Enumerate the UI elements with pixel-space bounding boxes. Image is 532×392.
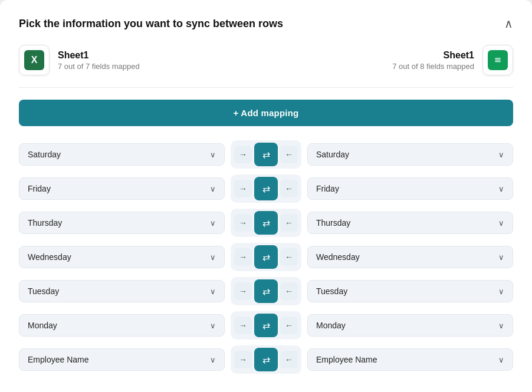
sync-controls: → ⇄ ←: [231, 209, 301, 237]
arrow-right-button[interactable]: →: [234, 146, 252, 163]
chevron-down-icon: ∨: [498, 355, 504, 364]
table-row: Wednesday ∨ → ⇄ ← Wednesday ∨: [19, 243, 513, 271]
sync-button[interactable]: ⇄: [254, 245, 278, 269]
arrow-right-button[interactable]: →: [234, 317, 252, 334]
left-field-select-2[interactable]: Thursday ∨: [19, 212, 225, 234]
left-field-label: Saturday: [28, 150, 61, 159]
chevron-down-icon: ∨: [498, 287, 504, 296]
source-right-name: Sheet1: [392, 50, 474, 61]
excel-icon: X: [24, 50, 44, 70]
right-field-label: Friday: [316, 184, 339, 193]
arrow-left-button[interactable]: ←: [280, 180, 298, 197]
table-row: Monday ∨ → ⇄ ← Monday ∨: [19, 311, 513, 340]
right-field-label: Wednesday: [316, 252, 360, 262]
sync-button[interactable]: ⇄: [254, 211, 278, 235]
chevron-down-icon: ∨: [498, 219, 504, 228]
excel-source-icon: X: [19, 45, 50, 75]
left-field-select-0[interactable]: Saturday ∨: [19, 143, 225, 166]
arrow-right-button[interactable]: →: [234, 248, 252, 266]
source-left: X Sheet1 7 out of 7 fields mapped: [19, 45, 140, 75]
header-row: Pick the information you want to sync be…: [19, 17, 513, 31]
sync-controls: → ⇄ ←: [231, 345, 301, 374]
arrow-right-button[interactable]: →: [234, 282, 252, 300]
left-field-select-6[interactable]: Employee Name ∨: [19, 348, 225, 371]
left-field-label: Wednesday: [28, 252, 71, 262]
chevron-down-icon: ∨: [210, 321, 216, 330]
table-row: Friday ∨ → ⇄ ← Friday ∨: [19, 174, 513, 203]
divider: [19, 87, 513, 88]
right-field-select-3[interactable]: Wednesday ∨: [307, 246, 513, 268]
right-field-select-4[interactable]: Tuesday ∨: [307, 280, 513, 302]
right-field-label: Saturday: [316, 150, 349, 159]
sync-controls: → ⇄ ←: [231, 311, 301, 340]
chevron-down-icon: ∨: [498, 321, 504, 330]
chevron-down-icon: ∨: [210, 150, 216, 159]
left-field-label: Monday: [28, 321, 57, 330]
arrow-left-button[interactable]: ←: [280, 282, 298, 300]
table-row: Tuesday ∨ → ⇄ ← Tuesday ∨: [19, 277, 513, 305]
table-row: Saturday ∨ → ⇄ ← Saturday ∨: [19, 140, 513, 169]
chevron-down-icon: ∨: [210, 253, 216, 262]
chevron-down-icon: ∨: [210, 185, 216, 193]
source-right-info: Sheet1 7 out of 8 fields mapped: [392, 50, 474, 71]
arrow-left-button[interactable]: ←: [280, 146, 298, 163]
arrow-left-button[interactable]: ←: [280, 248, 298, 266]
left-field-label: Friday: [28, 184, 51, 193]
right-field-select-1[interactable]: Friday ∨: [307, 177, 513, 200]
arrow-left-button[interactable]: ←: [280, 214, 298, 232]
svg-rect-1: [495, 58, 500, 58]
left-field-select-1[interactable]: Friday ∨: [19, 177, 225, 200]
right-field-select-5[interactable]: Monday ∨: [307, 314, 513, 337]
right-field-label: Thursday: [316, 218, 350, 228]
arrow-right-button[interactable]: →: [234, 214, 252, 232]
gsheets-icon: [488, 50, 508, 70]
source-left-sub: 7 out of 7 fields mapped: [58, 62, 140, 71]
sources-row: X Sheet1 7 out of 7 fields mapped: [19, 45, 513, 75]
sync-button[interactable]: ⇄: [254, 279, 278, 303]
add-mapping-button[interactable]: + Add mapping: [19, 100, 513, 126]
left-field-label: Employee Name: [28, 355, 89, 364]
source-left-name: Sheet1: [58, 50, 140, 61]
page-title: Pick the information you want to sync be…: [19, 18, 283, 30]
chevron-down-icon: ∨: [210, 355, 216, 364]
mapping-rows: Saturday ∨ → ⇄ ← Saturday ∨ Friday ∨ → ⇄…: [19, 140, 513, 374]
arrow-left-button[interactable]: ←: [280, 351, 298, 368]
left-field-select-3[interactable]: Wednesday ∨: [19, 246, 225, 268]
right-field-label: Tuesday: [316, 286, 347, 296]
chevron-down-icon: ∨: [498, 185, 504, 193]
right-field-select-0[interactable]: Saturday ∨: [307, 143, 513, 166]
collapse-icon[interactable]: ∧: [504, 17, 513, 31]
arrow-left-button[interactable]: ←: [280, 317, 298, 334]
right-field-select-2[interactable]: Thursday ∨: [307, 212, 513, 234]
gsheets-source-icon: [482, 45, 513, 75]
sync-button[interactable]: ⇄: [254, 314, 278, 337]
table-row: Employee Name ∨ → ⇄ ← Employee Name ∨: [19, 345, 513, 374]
source-left-info: Sheet1 7 out of 7 fields mapped: [58, 50, 140, 71]
arrow-right-button[interactable]: →: [234, 180, 252, 197]
svg-rect-3: [495, 61, 500, 62]
sync-button[interactable]: ⇄: [254, 177, 278, 200]
arrow-right-button[interactable]: →: [234, 351, 252, 368]
left-field-select-4[interactable]: Tuesday ∨: [19, 280, 225, 302]
right-field-label: Employee Name: [316, 355, 377, 364]
chevron-down-icon: ∨: [498, 253, 504, 262]
sync-controls: → ⇄ ←: [231, 140, 301, 169]
chevron-down-icon: ∨: [210, 287, 216, 296]
svg-rect-2: [495, 60, 500, 60]
right-field-label: Monday: [316, 321, 346, 330]
sync-controls: → ⇄ ←: [231, 174, 301, 203]
sync-controls: → ⇄ ←: [231, 277, 301, 305]
left-field-label: Thursday: [28, 218, 62, 228]
table-row: Thursday ∨ → ⇄ ← Thursday ∨: [19, 209, 513, 237]
left-field-label: Tuesday: [28, 286, 59, 296]
sync-mapping-card: Pick the information you want to sync be…: [0, 0, 532, 392]
sync-controls: → ⇄ ←: [231, 243, 301, 271]
sync-button[interactable]: ⇄: [254, 143, 278, 166]
chevron-down-icon: ∨: [210, 219, 216, 228]
chevron-down-icon: ∨: [498, 150, 504, 159]
source-right-sub: 7 out of 8 fields mapped: [392, 62, 474, 71]
left-field-select-5[interactable]: Monday ∨: [19, 314, 225, 337]
right-field-select-6[interactable]: Employee Name ∨: [307, 348, 513, 371]
sync-button[interactable]: ⇄: [254, 348, 278, 371]
source-right: Sheet1 7 out of 8 fields mapped: [392, 45, 513, 75]
